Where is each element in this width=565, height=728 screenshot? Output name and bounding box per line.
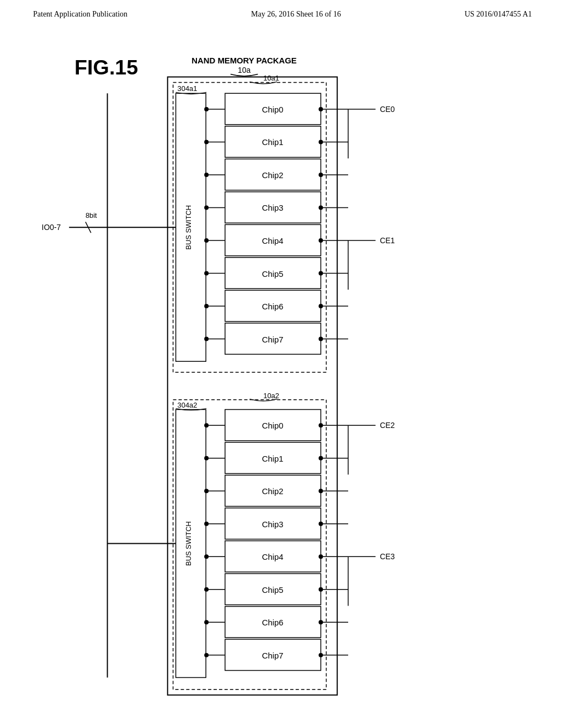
pkg1-chip0-label: Chip0 [262,105,284,114]
ce0-label: CE0 [380,105,395,114]
pkg2-chip7-label: Chip7 [262,651,284,660]
pkg2-chip4-label: Chip4 [262,553,284,561]
pkg2-chip2-label: Chip2 [262,487,284,496]
nand-package-ref: 10a [238,66,250,74]
bus-switch-1-label: BUS SWITCH [184,205,193,250]
package2-ref: 10a2 [263,392,279,400]
header-middle: May 26, 2016 Sheet 16 of 16 [251,10,341,19]
pkg2-chip6-label: Chip6 [262,618,284,627]
header-left: Patent Application Publication [33,10,127,19]
diagram-area: FIG.15 NAND MEMORY PACKAGE 10a 10a1 BUS … [33,44,532,711]
pkg1-chip7-label: Chip7 [262,335,284,344]
ce2-label: CE2 [380,421,395,430]
ce1-label: CE1 [380,236,395,245]
brace-10a [231,74,258,76]
pkg2-chip0-label: Chip0 [262,421,284,430]
pkg1-chip6-label: Chip6 [262,302,284,311]
bus-switch-2-ref: 304a2 [178,401,198,409]
nand-package-title: NAND MEMORY PACKAGE [191,56,297,65]
pkg1-chip2-label: Chip2 [262,171,284,180]
package1-ref: 10a1 [263,74,279,82]
pkg2-chip3-label: Chip3 [262,520,284,529]
header-right: US 2016/0147455 A1 [465,10,532,19]
io-label: IO0-7 [42,223,61,232]
diagram-svg: FIG.15 NAND MEMORY PACKAGE 10a 10a1 BUS … [33,44,532,711]
pkg1-chip3-label: Chip3 [262,204,284,213]
fig-label: FIG.15 [74,56,138,79]
pkg1-chip1-label: Chip1 [262,138,284,147]
bit-label: 8bit [86,211,97,220]
bus-switch-2-label: BUS SWITCH [184,521,193,566]
pkg1-chip5-label: Chip5 [262,270,284,279]
pkg1-chip4-label: Chip4 [262,237,284,245]
bus-switch-1-ref: 304a1 [178,84,198,93]
pkg2-chip1-label: Chip1 [262,454,284,463]
pkg2-chip5-label: Chip5 [262,586,284,595]
ce3-label: CE3 [380,552,395,561]
